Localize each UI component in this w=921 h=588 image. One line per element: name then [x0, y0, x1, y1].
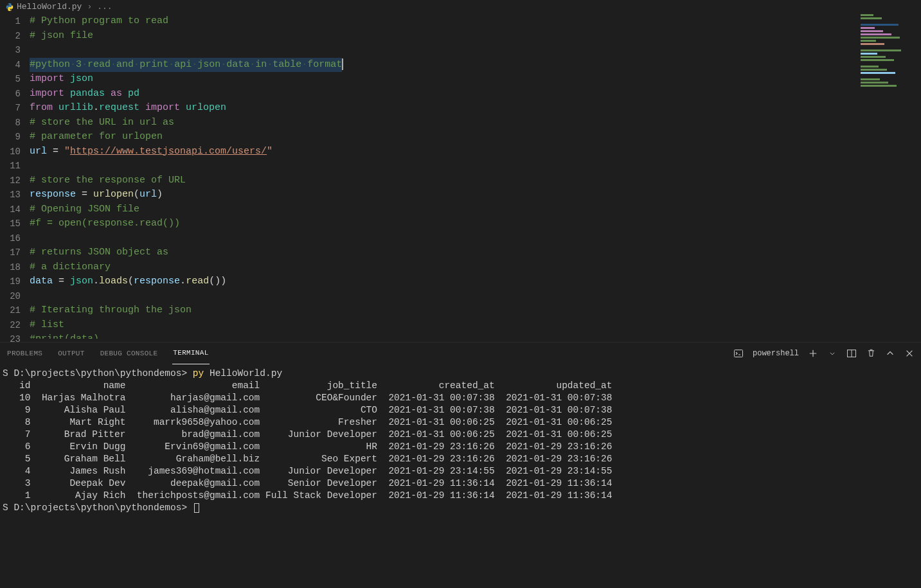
line-number-gutter: 1234567891011121314151617181920212223: [0, 14, 24, 342]
minimap-line: [861, 27, 875, 29]
minimap-line: [861, 56, 886, 58]
minimap[interactable]: [861, 14, 918, 78]
line-number: 11: [0, 159, 21, 174]
minimap-line: [861, 69, 887, 71]
line-number: 1: [0, 14, 21, 29]
tab-problems[interactable]: PROBLEMS: [6, 343, 43, 364]
line-number: 22: [0, 318, 21, 333]
terminal-dropdown-icon[interactable]: [827, 348, 837, 359]
code-line[interactable]: #f = open(response.read()): [30, 217, 921, 231]
minimap-line: [861, 21, 890, 22]
line-number: 15: [0, 217, 21, 231]
line-number: 23: [0, 332, 21, 342]
code-line[interactable]: # Python program to read: [30, 14, 921, 29]
terminal-profile-label[interactable]: powershell: [753, 346, 799, 361]
python-file-icon: [5, 3, 14, 12]
terminal-cursor: [194, 503, 199, 513]
code-line[interactable]: # Opening JSON file: [30, 202, 921, 217]
text-cursor: [342, 58, 343, 70]
code-line[interactable]: # store the URL in url as: [30, 116, 921, 130]
line-number: 7: [0, 101, 21, 116]
code-line[interactable]: # a dictionary: [30, 260, 921, 275]
code-line[interactable]: import json: [30, 72, 921, 87]
minimap-line: [861, 17, 882, 19]
minimap-line: [861, 78, 880, 80]
code-line[interactable]: # returns JSON object as: [30, 245, 921, 260]
line-number: 14: [0, 202, 21, 217]
code-line[interactable]: response = urlopen(url): [30, 188, 921, 202]
minimap-line: [861, 43, 884, 45]
minimap-line: [861, 14, 873, 16]
line-number: 16: [0, 231, 21, 246]
tab-debug-console[interactable]: DEBUG CONSOLE: [100, 343, 159, 364]
breadcrumb-separator: ›: [84, 0, 94, 14]
minimap-line: [861, 53, 877, 55]
line-number: 9: [0, 130, 21, 145]
line-number: 6: [0, 87, 21, 102]
code-line[interactable]: #print(data): [30, 332, 921, 339]
close-panel-icon[interactable]: [904, 348, 915, 359]
line-number: 8: [0, 116, 21, 130]
maximize-panel-icon[interactable]: [885, 348, 895, 359]
code-line[interactable]: url = "https://www.testjsonapi.com/users…: [30, 145, 921, 159]
code-area[interactable]: # Python program to read# json file #pyt…: [30, 14, 921, 339]
code-line[interactable]: [30, 159, 921, 174]
line-number: 17: [0, 245, 21, 260]
tab-terminal[interactable]: TERMINAL: [172, 342, 209, 364]
kill-terminal-icon[interactable]: [866, 348, 876, 359]
bottom-panel: PROBLEMS OUTPUT DEBUG CONSOLE TERMINAL p…: [0, 342, 921, 588]
terminal-profile-icon[interactable]: [733, 348, 744, 359]
code-line[interactable]: [30, 43, 921, 58]
code-line[interactable]: # Iterating through the json: [30, 303, 921, 318]
code-line[interactable]: data = json.loads(response.read()): [30, 274, 921, 289]
minimap-line: [861, 62, 902, 64]
panel-actions: powershell: [733, 343, 915, 364]
line-number: 10: [0, 145, 21, 159]
minimap-line: [861, 40, 876, 42]
minimap-line: [861, 24, 899, 26]
minimap-line: [861, 49, 901, 51]
code-line[interactable]: [30, 289, 921, 304]
code-line[interactable]: # store the response of URL: [30, 174, 921, 188]
minimap-line: [861, 30, 883, 32]
breadcrumb-trail[interactable]: ...: [97, 0, 112, 14]
line-number: 5: [0, 72, 21, 87]
code-line[interactable]: [30, 231, 921, 246]
terminal-output[interactable]: S D:\projects\python\pythondemos> py Hel…: [0, 364, 921, 588]
panel-tab-bar: PROBLEMS OUTPUT DEBUG CONSOLE TERMINAL p…: [0, 343, 921, 364]
line-number: 20: [0, 289, 21, 304]
tab-output[interactable]: OUTPUT: [57, 343, 85, 364]
line-number: 13: [0, 188, 21, 202]
line-number: 21: [0, 303, 21, 318]
line-number: 3: [0, 43, 21, 58]
minimap-line: [861, 82, 888, 84]
svg-rect-0: [734, 350, 742, 357]
line-number: 4: [0, 58, 21, 73]
minimap-line: [861, 33, 891, 35]
minimap-line: [861, 37, 900, 39]
code-line[interactable]: import pandas as pd: [30, 87, 921, 102]
minimap-line: [861, 66, 879, 67]
line-number: 18: [0, 260, 21, 275]
code-line[interactable]: #python·3·read·and·print·api·json·data·i…: [30, 58, 921, 73]
line-number: 19: [0, 274, 21, 289]
minimap-line: [861, 59, 894, 61]
code-line[interactable]: # parameter for urlopen: [30, 130, 921, 145]
minimap-line: [861, 72, 895, 74]
code-line[interactable]: # list: [30, 318, 921, 333]
line-number: 2: [0, 29, 21, 44]
minimap-line: [861, 75, 904, 77]
code-line[interactable]: from urllib.request import urlopen: [30, 101, 921, 116]
line-number: 12: [0, 174, 21, 188]
minimap-line: [861, 46, 893, 48]
new-terminal-icon[interactable]: [808, 348, 818, 359]
editor[interactable]: 1234567891011121314151617181920212223 # …: [0, 14, 921, 342]
minimap-line: [861, 85, 897, 87]
code-line[interactable]: # json file: [30, 29, 921, 44]
split-terminal-icon[interactable]: [846, 348, 857, 359]
breadcrumb-file[interactable]: HelloWorld.py: [17, 0, 82, 14]
breadcrumb[interactable]: HelloWorld.py › ...: [0, 0, 921, 14]
